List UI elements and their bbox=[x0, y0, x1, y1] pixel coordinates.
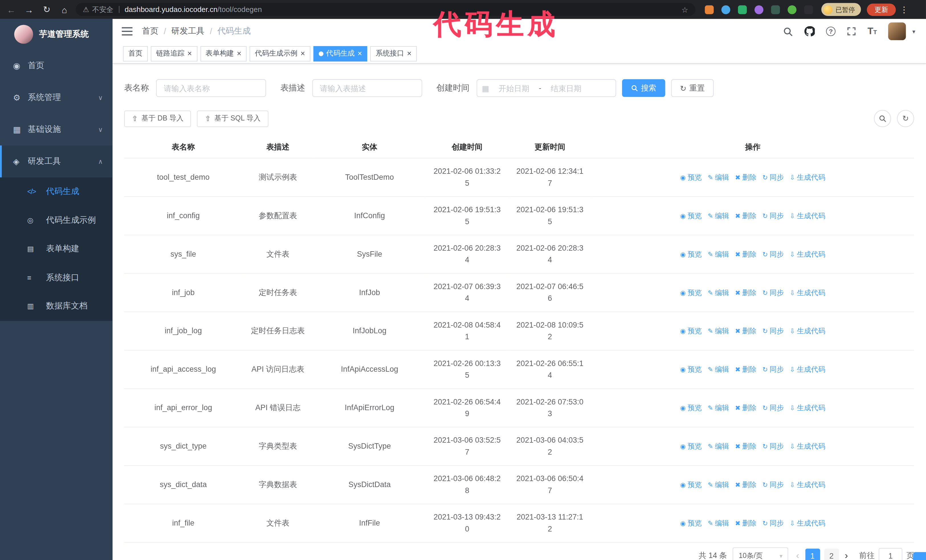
view-tab-5[interactable]: 系统接口× bbox=[371, 46, 417, 61]
action-preview[interactable]: ◉预览 bbox=[680, 364, 702, 376]
browser-menu-icon[interactable]: ⋮ bbox=[900, 5, 908, 14]
action-sync[interactable]: ↻同步 bbox=[763, 325, 784, 337]
action-edit[interactable]: ✎编辑 bbox=[708, 440, 729, 452]
tab-close-icon[interactable]: × bbox=[357, 50, 362, 57]
extension-icon[interactable] bbox=[722, 5, 730, 14]
sidebar-subitem-4[interactable]: ▥数据库文档 bbox=[0, 292, 112, 321]
action-edit[interactable]: ✎编辑 bbox=[708, 479, 729, 491]
refresh-icon[interactable]: ↻ bbox=[897, 110, 914, 127]
action-sync[interactable]: ↻同步 bbox=[763, 287, 784, 299]
action-generate[interactable]: ⇩生成代码 bbox=[790, 287, 825, 299]
action-edit[interactable]: ✎编辑 bbox=[708, 172, 729, 183]
goto-page-input[interactable] bbox=[879, 548, 902, 560]
sidebar-item-2[interactable]: ▦基础设施∨ bbox=[0, 113, 112, 145]
action-delete[interactable]: ✖删除 bbox=[735, 402, 757, 414]
toggle-search-icon[interactable] bbox=[874, 110, 891, 127]
extension-icon[interactable] bbox=[804, 5, 813, 14]
tab-close-icon[interactable]: × bbox=[301, 50, 305, 57]
view-tab-2[interactable]: 表单构建× bbox=[200, 46, 247, 61]
font-size-icon[interactable]: TT bbox=[868, 27, 877, 36]
action-sync[interactable]: ↻同步 bbox=[763, 364, 784, 376]
extension-icon[interactable] bbox=[705, 5, 714, 14]
action-generate[interactable]: ⇩生成代码 bbox=[790, 440, 825, 452]
action-delete[interactable]: ✖删除 bbox=[735, 325, 757, 337]
next-page-icon[interactable]: › bbox=[843, 550, 850, 560]
action-preview[interactable]: ◉预览 bbox=[680, 517, 702, 529]
action-sync[interactable]: ↻同步 bbox=[763, 210, 784, 222]
action-edit[interactable]: ✎编辑 bbox=[708, 402, 729, 414]
bookmark-star-icon[interactable]: ☆ bbox=[681, 5, 688, 14]
help-icon[interactable]: ? bbox=[826, 27, 835, 36]
fullscreen-icon[interactable] bbox=[847, 27, 856, 36]
table-name-input[interactable] bbox=[156, 79, 266, 97]
hamburger-icon[interactable] bbox=[122, 27, 133, 35]
action-sync[interactable]: ↻同步 bbox=[763, 172, 784, 183]
action-generate[interactable]: ⇩生成代码 bbox=[790, 479, 825, 491]
breadcrumb-item[interactable]: 研发工具 bbox=[171, 26, 204, 36]
floating-action[interactable] bbox=[913, 552, 926, 560]
sidebar-item-1[interactable]: ⚙系统管理∨ bbox=[0, 82, 112, 113]
action-sync[interactable]: ↻同步 bbox=[763, 440, 784, 452]
extension-icon[interactable] bbox=[771, 5, 780, 14]
action-delete[interactable]: ✖删除 bbox=[735, 517, 757, 529]
reset-button[interactable]: ↻ 重置 bbox=[671, 79, 713, 97]
action-preview[interactable]: ◉预览 bbox=[680, 479, 702, 491]
table-desc-input[interactable] bbox=[312, 79, 422, 97]
action-delete[interactable]: ✖删除 bbox=[735, 440, 757, 452]
action-generate[interactable]: ⇩生成代码 bbox=[790, 172, 825, 183]
page-number-1[interactable]: 1 bbox=[805, 548, 820, 560]
action-delete[interactable]: ✖删除 bbox=[735, 479, 757, 491]
action-sync[interactable]: ↻同步 bbox=[763, 517, 784, 529]
action-generate[interactable]: ⇩生成代码 bbox=[790, 325, 825, 337]
extension-icon[interactable] bbox=[788, 5, 796, 14]
action-delete[interactable]: ✖删除 bbox=[735, 287, 757, 299]
profile-chip[interactable]: 已暂停 bbox=[822, 3, 861, 16]
sidebar-item-0[interactable]: ◉首页 bbox=[0, 50, 112, 82]
action-delete[interactable]: ✖删除 bbox=[735, 210, 757, 222]
breadcrumb-item[interactable]: 首页 bbox=[142, 26, 159, 36]
user-avatar[interactable] bbox=[888, 23, 906, 40]
import-db-button[interactable]: ⇧ 基于 DB 导入 bbox=[124, 110, 191, 127]
browser-update-button[interactable]: 更新 bbox=[867, 3, 896, 16]
import-sql-button[interactable]: ⇧ 基于 SQL 导入 bbox=[197, 110, 268, 127]
sidebar-item-3[interactable]: ◈研发工具∧ bbox=[0, 146, 112, 177]
sidebar-subitem-3[interactable]: ≡系统接口 bbox=[0, 264, 112, 292]
sidebar-subitem-1[interactable]: ◎代码生成示例 bbox=[0, 206, 112, 235]
avatar-caret-icon[interactable]: ▾ bbox=[912, 28, 915, 35]
action-sync[interactable]: ↻同步 bbox=[763, 402, 784, 414]
tab-close-icon[interactable]: × bbox=[188, 50, 192, 57]
date-range-picker[interactable]: ▦ - bbox=[477, 79, 616, 97]
search-button[interactable]: 搜索 bbox=[622, 79, 665, 97]
search-icon[interactable] bbox=[783, 26, 793, 36]
sidebar-subitem-2[interactable]: ▤表单构建 bbox=[0, 235, 112, 264]
action-generate[interactable]: ⇩生成代码 bbox=[790, 210, 825, 222]
action-preview[interactable]: ◉预览 bbox=[680, 210, 702, 222]
action-preview[interactable]: ◉预览 bbox=[680, 402, 702, 414]
action-generate[interactable]: ⇩生成代码 bbox=[790, 364, 825, 376]
prev-page-icon[interactable]: ‹ bbox=[794, 550, 801, 560]
view-tab-1[interactable]: 链路追踪× bbox=[151, 46, 197, 61]
start-date-input[interactable] bbox=[492, 83, 537, 93]
action-sync[interactable]: ↻同步 bbox=[763, 479, 784, 491]
breadcrumb-item[interactable]: 代码生成 bbox=[217, 26, 250, 36]
page-number-2[interactable]: 2 bbox=[824, 548, 839, 560]
end-date-input[interactable] bbox=[544, 83, 589, 93]
app-logo[interactable]: 芋道管理系统 bbox=[0, 19, 112, 50]
action-edit[interactable]: ✎编辑 bbox=[708, 325, 729, 337]
view-tab-4[interactable]: 代码生成× bbox=[313, 46, 367, 61]
action-delete[interactable]: ✖删除 bbox=[735, 172, 757, 183]
url-bar[interactable]: ⚠ 不安全 dashboard.yudao.iocoder.cn /tool/c… bbox=[76, 3, 696, 16]
extension-icon[interactable] bbox=[755, 5, 763, 14]
action-edit[interactable]: ✎编辑 bbox=[708, 364, 729, 376]
action-delete[interactable]: ✖删除 bbox=[735, 364, 757, 376]
action-edit[interactable]: ✎编辑 bbox=[708, 287, 729, 299]
view-tab-0[interactable]: 首页 bbox=[123, 46, 148, 61]
back-icon[interactable]: ← bbox=[2, 5, 20, 15]
action-edit[interactable]: ✎编辑 bbox=[708, 248, 729, 260]
action-sync[interactable]: ↻同步 bbox=[763, 248, 784, 260]
action-edit[interactable]: ✎编辑 bbox=[708, 210, 729, 222]
reload-icon[interactable]: ↻ bbox=[38, 4, 56, 15]
page-size-select[interactable]: 10条/页 ▾ bbox=[733, 548, 788, 560]
tab-close-icon[interactable]: × bbox=[407, 50, 412, 57]
action-edit[interactable]: ✎编辑 bbox=[708, 517, 729, 529]
